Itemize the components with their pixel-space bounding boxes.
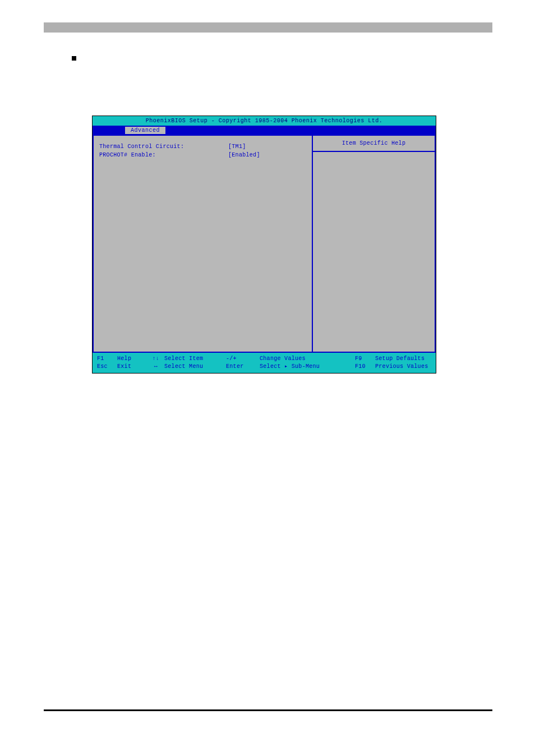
key-esc: Esc — [97, 363, 117, 371]
bios-body: Thermal Control Circuit: [TM1] PROCHOT# … — [93, 135, 436, 353]
action-select-item: Select Item — [164, 355, 226, 363]
setting-label: PROCHOT# Enable: — [99, 152, 228, 158]
page-header-bar — [44, 22, 492, 33]
leftright-arrow-icon: ↔ — [147, 363, 164, 371]
action-exit: Exit — [117, 363, 147, 371]
bios-menu-bar[interactable]: Advanced — [93, 126, 436, 135]
action-select-submenu: Select ▸ Sub-Menu — [260, 363, 355, 371]
action-previous-values: Previous Values — [375, 363, 428, 371]
action-help: Help — [117, 355, 147, 363]
footer-row-1: F1 Help ↑↓ Select Item -/+ Change Values… — [97, 355, 431, 363]
setting-thermal-control[interactable]: Thermal Control Circuit: [TM1] — [99, 144, 306, 150]
bios-footer: F1 Help ↑↓ Select Item -/+ Change Values… — [93, 353, 436, 373]
key-minus-plus: -/+ — [226, 355, 260, 363]
help-title: Item Specific Help — [313, 136, 435, 152]
bullet-heading — [72, 53, 83, 63]
setting-prochot-enable[interactable]: PROCHOT# Enable: [Enabled] — [99, 152, 306, 158]
action-select-menu: Select Menu — [164, 363, 226, 371]
action-setup-defaults: Setup Defaults — [375, 355, 425, 363]
setting-value[interactable]: [Enabled] — [228, 152, 260, 158]
footer-row-2: Esc Exit ↔ Select Menu Enter Select ▸ Su… — [97, 363, 431, 371]
tab-advanced[interactable]: Advanced — [125, 127, 165, 134]
setting-value[interactable]: [TM1] — [228, 144, 246, 150]
key-f10: F10 — [355, 363, 375, 371]
key-enter: Enter — [226, 363, 260, 371]
setting-label: Thermal Control Circuit: — [99, 144, 228, 150]
bullet-square-icon — [72, 56, 76, 61]
help-panel: Item Specific Help — [312, 136, 435, 352]
settings-panel: Thermal Control Circuit: [TM1] PROCHOT# … — [94, 136, 312, 352]
page-footer-line — [44, 709, 492, 711]
key-f9: F9 — [355, 355, 375, 363]
updown-arrow-icon: ↑↓ — [147, 355, 164, 363]
key-f1: F1 — [97, 355, 117, 363]
action-change-values: Change Values — [260, 355, 355, 363]
bios-title-bar: PhoenixBIOS Setup - Copyright 1985-2004 … — [93, 116, 436, 126]
bios-setup-window: PhoenixBIOS Setup - Copyright 1985-2004 … — [92, 116, 436, 374]
